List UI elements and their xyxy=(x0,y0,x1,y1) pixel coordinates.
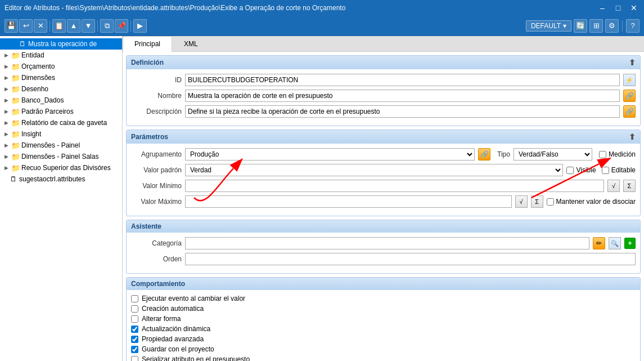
sidebar-item-dimensoes[interactable]: ▶ 📁 Dimensões xyxy=(0,72,122,83)
delete-button[interactable]: ✕ xyxy=(34,19,47,33)
agrupamento-dropdown[interactable]: Produção xyxy=(185,148,475,161)
undo-button[interactable]: ↩ xyxy=(19,19,33,33)
valor-maximo-row: Valor Máximo √ Σ Mantener valor de disoc… xyxy=(131,195,636,208)
id-input[interactable] xyxy=(185,74,620,86)
sidebar-item-insight[interactable]: ▶ 📁 Insight xyxy=(0,128,122,140)
section-definicion: Definición ⬆ ID ⚡ Nombre 🔗 xyxy=(126,55,641,126)
minimize-button[interactable]: – xyxy=(597,3,608,12)
mantener-checkbox[interactable] xyxy=(547,198,554,206)
sidebar-item-label-sugestao: sugestaoctrl.attributes xyxy=(19,175,85,183)
titlebar-title: Editor de Atributos - files\System\Atrib… xyxy=(4,4,597,12)
sidebar-item-sugestao[interactable]: 🗒 sugestaoctrl.attributes xyxy=(0,173,122,185)
folder-icon-relatorio: 📁 xyxy=(11,118,20,127)
descripcion-label: Descripción xyxy=(131,108,182,115)
sidebar-item-label-relatorio: Relatório de caixa de gaveta xyxy=(21,119,107,127)
paste-button[interactable]: 📌 xyxy=(115,19,128,33)
actualizacion-checkbox[interactable] xyxy=(131,326,138,333)
categoria-search-btn[interactable]: 🔍 xyxy=(609,237,621,249)
id-label: ID xyxy=(131,76,182,84)
sidebar-item-banco[interactable]: ▶ 📁 Banco_Dados xyxy=(0,95,122,106)
descripcion-link-button[interactable]: 🔗 xyxy=(623,105,636,118)
sidebar-item-entidad[interactable]: ▶ 📁 Entidad xyxy=(0,50,122,61)
ejecutar-checkbox[interactable] xyxy=(131,295,138,302)
tab-xml[interactable]: XML xyxy=(172,36,210,51)
check-actualizacion: Actualización dinámica xyxy=(131,325,636,333)
expand-icon-recuo: ▶ xyxy=(4,165,11,171)
down-button[interactable]: ▼ xyxy=(82,19,95,33)
help-button[interactable]: ? xyxy=(626,19,640,33)
collapse-definicion-icon[interactable]: ⬆ xyxy=(629,58,636,67)
sidebar-item-label-banco: Banco_Dados xyxy=(21,96,64,104)
alterar-checkbox[interactable] xyxy=(131,315,138,323)
nombre-link-button[interactable]: 🔗 xyxy=(623,90,636,102)
folder-icon-dim-salas: 📁 xyxy=(11,152,20,161)
section-title-parametros: Parámetros xyxy=(131,133,168,141)
folder-icon-banco: 📁 xyxy=(11,96,20,105)
section-body-definicion: ID ⚡ Nombre 🔗 Descripción 🔗 xyxy=(127,69,640,126)
minimo-sigma-btn[interactable]: Σ xyxy=(623,180,636,192)
guardar-checkbox[interactable] xyxy=(131,346,138,353)
close-button[interactable]: ✕ xyxy=(628,3,640,12)
settings-button[interactable]: ⚙ xyxy=(605,19,619,33)
categoria-add-btn[interactable]: + xyxy=(624,238,636,249)
grid-button[interactable]: ⊞ xyxy=(589,19,603,33)
sidebar-item-desenho[interactable]: ▶ 📁 Desenho xyxy=(0,83,122,95)
up-button[interactable]: ▲ xyxy=(67,19,80,33)
sidebar-item-muestra[interactable]: 🗒 Mustra la operación de xyxy=(0,38,122,50)
sidebar-item-padrao[interactable]: ▶ 📁 Padrão Parceiros xyxy=(0,106,122,117)
propiedad-checkbox[interactable] xyxy=(131,336,138,343)
creacion-checkbox[interactable] xyxy=(131,305,138,313)
sidebar-item-dim-painel-salas[interactable]: ▶ 📁 Dimensões - Painel Salas xyxy=(0,151,122,162)
categoria-label: Categoría xyxy=(131,239,182,247)
sidebar-item-dim-painel[interactable]: ▶ 📁 Dimensões - Painel xyxy=(0,140,122,151)
section-header-definicion: Definición ⬆ xyxy=(127,56,640,69)
valor-minimo-row: Valor Mínimo √ Σ xyxy=(131,180,636,192)
nombre-input[interactable] xyxy=(185,90,620,102)
folder-icon-dim-painel: 📁 xyxy=(11,141,20,150)
nombre-label: Nombre xyxy=(131,92,182,100)
agrupamento-btn[interactable]: 🔗 xyxy=(478,148,490,161)
sidebar-item-orcamento[interactable]: ▶ 📁 Orçamento xyxy=(0,61,122,72)
section-parametros: Parámetros ⬆ Agrupamento Produção 🔗 Tipo… xyxy=(126,130,641,216)
serializar-checkbox[interactable] xyxy=(131,356,138,362)
sidebar-item-recuo[interactable]: ▶ 📁 Recuo Superior das Divisóres xyxy=(0,162,122,173)
expand-icon-entidad: ▶ xyxy=(4,52,11,58)
visible-label: Visible xyxy=(576,166,596,174)
sidebar-item-label-dimensoes: Dimensões xyxy=(21,74,55,82)
separator1 xyxy=(49,20,50,32)
sidebar-item-label-padrao: Padrão Parceiros xyxy=(21,108,74,115)
alterar-label: Alterar forma xyxy=(142,315,181,323)
action-button[interactable]: 📋 xyxy=(52,19,66,33)
tab-principal[interactable]: Principal xyxy=(123,36,172,52)
descripcion-input[interactable] xyxy=(185,105,620,118)
sidebar-item-relatorio[interactable]: ▶ 📁 Relatório de caixa de gaveta xyxy=(0,117,122,128)
valor-minimo-input[interactable] xyxy=(185,180,604,192)
expand-icon-banco: ▶ xyxy=(4,97,11,103)
sidebar-item-label-entidad: Entidad xyxy=(21,51,44,59)
titlebar: Editor de Atributos - files\System\Atrib… xyxy=(0,0,644,16)
copy-button[interactable]: ⧉ xyxy=(100,19,114,33)
collapse-parametros-icon[interactable]: ⬆ xyxy=(629,132,636,141)
folder-icon-insight: 📁 xyxy=(11,130,20,139)
maximize-button[interactable]: □ xyxy=(613,3,624,12)
tipo-dropdown[interactable]: Verdad/Falso xyxy=(514,148,592,161)
nav-button[interactable]: ▶ xyxy=(133,19,147,33)
maximo-sqrt-btn[interactable]: √ xyxy=(515,195,528,208)
check-propiedad: Propiedad avanzada xyxy=(131,335,636,343)
id-action-button[interactable]: ⚡ xyxy=(623,74,636,86)
editable-label: Editable xyxy=(611,166,636,174)
refresh-button[interactable]: 🔄 xyxy=(574,19,587,33)
minimo-sqrt-btn[interactable]: √ xyxy=(607,180,620,192)
maximo-sigma-btn[interactable]: Σ xyxy=(531,195,543,208)
valor-maximo-input[interactable] xyxy=(185,195,512,208)
categoria-edit-btn[interactable]: ✏ xyxy=(593,237,605,249)
save-button[interactable]: 💾 xyxy=(4,19,18,33)
categoria-input[interactable] xyxy=(185,237,589,249)
valor-padron-dropdown[interactable]: Verdad xyxy=(185,164,563,176)
visible-checkbox[interactable] xyxy=(566,167,574,174)
default-dropdown[interactable]: DEFAULT ▾ xyxy=(526,20,571,32)
expand-icon-dimensoes: ▶ xyxy=(4,75,11,81)
editable-checkbox[interactable] xyxy=(602,167,609,174)
medicion-checkbox[interactable] xyxy=(599,151,606,158)
orden-input[interactable] xyxy=(185,253,636,265)
